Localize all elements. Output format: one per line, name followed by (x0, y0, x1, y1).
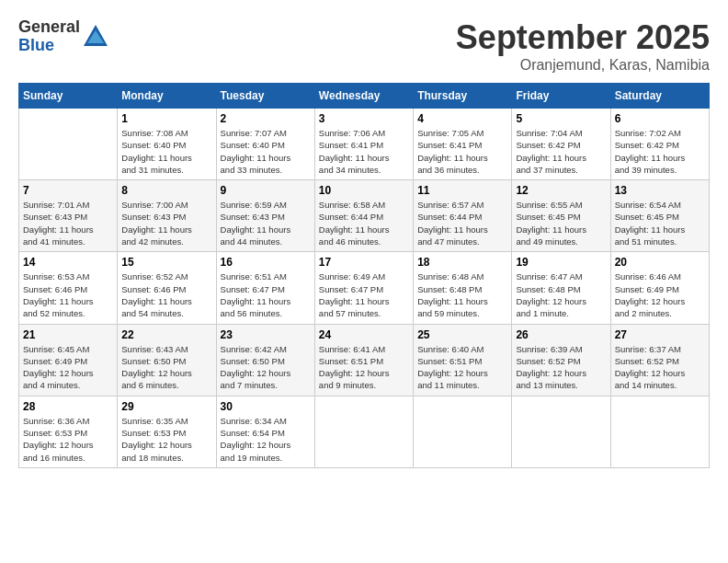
day-info: Sunrise: 7:08 AM Sunset: 6:40 PM Dayligh… (121, 127, 211, 176)
calendar-cell (610, 396, 709, 467)
calendar-cell: 8Sunrise: 7:00 AM Sunset: 6:43 PM Daylig… (118, 180, 216, 252)
day-info: Sunrise: 7:04 AM Sunset: 6:42 PM Dayligh… (516, 127, 606, 176)
calendar-cell: 23Sunrise: 6:42 AM Sunset: 6:50 PM Dayli… (216, 324, 314, 396)
calendar-cell: 11Sunrise: 6:57 AM Sunset: 6:44 PM Dayli… (414, 180, 512, 252)
day-info: Sunrise: 7:07 AM Sunset: 6:40 PM Dayligh… (221, 127, 311, 176)
calendar-cell: 25Sunrise: 6:40 AM Sunset: 6:51 PM Dayli… (414, 324, 512, 396)
day-number: 10 (319, 184, 409, 197)
logo-icon (82, 23, 109, 51)
day-number: 7 (23, 184, 113, 197)
day-info: Sunrise: 6:58 AM Sunset: 6:44 PM Dayligh… (319, 199, 409, 247)
day-number: 28 (23, 400, 113, 413)
day-number: 1 (121, 112, 211, 125)
day-number: 12 (516, 184, 606, 197)
day-number: 21 (23, 328, 113, 341)
day-info: Sunrise: 6:57 AM Sunset: 6:44 PM Dayligh… (417, 199, 507, 247)
calendar-cell: 19Sunrise: 6:47 AM Sunset: 6:48 PM Dayli… (512, 252, 610, 324)
title-block: September 2025 Oranjemund, Karas, Namibi… (456, 18, 710, 74)
day-info: Sunrise: 6:49 AM Sunset: 6:47 PM Dayligh… (319, 270, 409, 319)
day-number: 17 (319, 256, 409, 269)
calendar-cell: 30Sunrise: 6:34 AM Sunset: 6:54 PM Dayli… (216, 396, 314, 467)
calendar-cell: 17Sunrise: 6:49 AM Sunset: 6:47 PM Dayli… (314, 252, 413, 324)
day-info: Sunrise: 6:53 AM Sunset: 6:46 PM Dayligh… (23, 270, 113, 319)
calendar-cell (512, 396, 610, 467)
day-number: 13 (615, 184, 705, 197)
day-info: Sunrise: 6:51 AM Sunset: 6:47 PM Dayligh… (221, 270, 311, 319)
page-header: General Blue September 2025 Oranjemund, … (18, 18, 710, 74)
calendar-table: SundayMondayTuesdayWednesdayThursdayFrid… (18, 83, 710, 468)
day-info: Sunrise: 6:35 AM Sunset: 6:53 PM Dayligh… (121, 415, 211, 464)
day-info: Sunrise: 6:37 AM Sunset: 6:52 PM Dayligh… (615, 343, 705, 392)
calendar-cell (19, 109, 118, 180)
day-header-sunday: Sunday (19, 84, 118, 109)
day-info: Sunrise: 6:55 AM Sunset: 6:45 PM Dayligh… (516, 199, 606, 247)
day-info: Sunrise: 6:40 AM Sunset: 6:51 PM Dayligh… (417, 343, 507, 392)
calendar-cell: 3Sunrise: 7:06 AM Sunset: 6:41 PM Daylig… (314, 109, 413, 180)
day-number: 20 (615, 256, 705, 269)
day-number: 27 (615, 328, 705, 341)
day-number: 3 (319, 112, 409, 125)
day-info: Sunrise: 6:46 AM Sunset: 6:49 PM Dayligh… (615, 270, 705, 319)
day-info: Sunrise: 6:59 AM Sunset: 6:43 PM Dayligh… (221, 199, 311, 247)
day-number: 23 (221, 328, 311, 341)
day-number: 16 (221, 256, 311, 269)
calendar-cell: 18Sunrise: 6:48 AM Sunset: 6:48 PM Dayli… (414, 252, 512, 324)
day-info: Sunrise: 7:05 AM Sunset: 6:41 PM Dayligh… (417, 127, 507, 176)
day-number: 26 (516, 328, 606, 341)
calendar-cell: 5Sunrise: 7:04 AM Sunset: 6:42 PM Daylig… (512, 109, 610, 180)
day-number: 18 (417, 256, 507, 269)
day-number: 15 (121, 256, 211, 269)
header-row: SundayMondayTuesdayWednesdayThursdayFrid… (19, 84, 710, 109)
day-header-friday: Friday (512, 84, 610, 109)
calendar-cell: 26Sunrise: 6:39 AM Sunset: 6:52 PM Dayli… (512, 324, 610, 396)
calendar-cell: 9Sunrise: 6:59 AM Sunset: 6:43 PM Daylig… (216, 180, 314, 252)
day-info: Sunrise: 6:45 AM Sunset: 6:49 PM Dayligh… (23, 343, 113, 392)
calendar-cell: 15Sunrise: 6:52 AM Sunset: 6:46 PM Dayli… (118, 252, 216, 324)
day-number: 22 (121, 328, 211, 341)
week-row-3: 14Sunrise: 6:53 AM Sunset: 6:46 PM Dayli… (19, 252, 710, 324)
day-info: Sunrise: 6:48 AM Sunset: 6:48 PM Dayligh… (417, 270, 507, 319)
week-row-5: 28Sunrise: 6:36 AM Sunset: 6:53 PM Dayli… (19, 396, 710, 467)
calendar-cell: 13Sunrise: 6:54 AM Sunset: 6:45 PM Dayli… (610, 180, 709, 252)
week-row-4: 21Sunrise: 6:45 AM Sunset: 6:49 PM Dayli… (19, 324, 710, 396)
logo-blue: Blue (18, 37, 80, 55)
day-number: 25 (417, 328, 507, 341)
calendar-cell: 27Sunrise: 6:37 AM Sunset: 6:52 PM Dayli… (610, 324, 709, 396)
day-info: Sunrise: 6:52 AM Sunset: 6:46 PM Dayligh… (121, 270, 211, 319)
day-number: 5 (516, 112, 606, 125)
day-number: 2 (221, 112, 311, 125)
day-header-thursday: Thursday (414, 84, 512, 109)
calendar-cell (314, 396, 413, 467)
calendar-cell: 28Sunrise: 6:36 AM Sunset: 6:53 PM Dayli… (19, 396, 118, 467)
calendar-cell: 22Sunrise: 6:43 AM Sunset: 6:50 PM Dayli… (118, 324, 216, 396)
day-number: 14 (23, 256, 113, 269)
logo: General Blue (18, 18, 109, 55)
month-title: September 2025 (456, 18, 710, 57)
calendar-cell: 21Sunrise: 6:45 AM Sunset: 6:49 PM Dayli… (19, 324, 118, 396)
day-number: 11 (417, 184, 507, 197)
day-header-monday: Monday (118, 84, 216, 109)
day-info: Sunrise: 6:43 AM Sunset: 6:50 PM Dayligh… (121, 343, 211, 392)
day-number: 29 (121, 400, 211, 413)
week-row-1: 1Sunrise: 7:08 AM Sunset: 6:40 PM Daylig… (19, 109, 710, 180)
calendar-cell: 29Sunrise: 6:35 AM Sunset: 6:53 PM Dayli… (118, 396, 216, 467)
calendar-cell: 1Sunrise: 7:08 AM Sunset: 6:40 PM Daylig… (118, 109, 216, 180)
calendar-cell: 24Sunrise: 6:41 AM Sunset: 6:51 PM Dayli… (314, 324, 413, 396)
day-info: Sunrise: 6:34 AM Sunset: 6:54 PM Dayligh… (221, 415, 311, 464)
calendar-cell: 7Sunrise: 7:01 AM Sunset: 6:43 PM Daylig… (19, 180, 118, 252)
calendar-cell: 12Sunrise: 6:55 AM Sunset: 6:45 PM Dayli… (512, 180, 610, 252)
calendar-cell (414, 396, 512, 467)
day-header-tuesday: Tuesday (216, 84, 314, 109)
day-info: Sunrise: 7:01 AM Sunset: 6:43 PM Dayligh… (23, 199, 113, 247)
calendar-cell: 2Sunrise: 7:07 AM Sunset: 6:40 PM Daylig… (216, 109, 314, 180)
day-header-wednesday: Wednesday (314, 84, 413, 109)
calendar-cell: 14Sunrise: 6:53 AM Sunset: 6:46 PM Dayli… (19, 252, 118, 324)
day-info: Sunrise: 7:00 AM Sunset: 6:43 PM Dayligh… (121, 199, 211, 247)
day-number: 19 (516, 256, 606, 269)
calendar-cell: 10Sunrise: 6:58 AM Sunset: 6:44 PM Dayli… (314, 180, 413, 252)
day-info: Sunrise: 7:02 AM Sunset: 6:42 PM Dayligh… (615, 127, 705, 176)
day-number: 6 (615, 112, 705, 125)
calendar-cell: 6Sunrise: 7:02 AM Sunset: 6:42 PM Daylig… (610, 109, 709, 180)
day-number: 24 (319, 328, 409, 341)
day-info: Sunrise: 6:41 AM Sunset: 6:51 PM Dayligh… (319, 343, 409, 392)
